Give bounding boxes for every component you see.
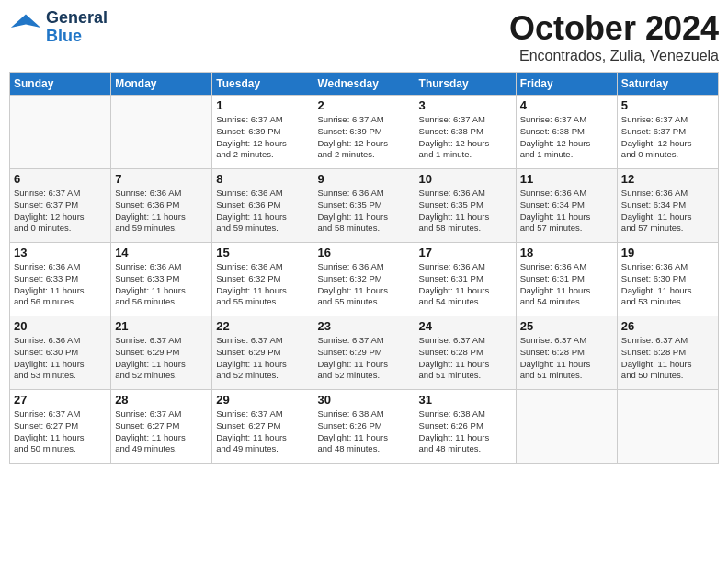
day-number: 22	[216, 319, 309, 333]
day-info: Sunrise: 6:36 AM Sunset: 6:31 PM Dayligh…	[520, 261, 613, 308]
calendar-cell: 20Sunrise: 6:36 AM Sunset: 6:30 PM Dayli…	[10, 316, 111, 390]
calendar-week-row: 20Sunrise: 6:36 AM Sunset: 6:30 PM Dayli…	[10, 316, 719, 390]
day-info: Sunrise: 6:37 AM Sunset: 6:39 PM Dayligh…	[317, 114, 410, 161]
day-info: Sunrise: 6:37 AM Sunset: 6:37 PM Dayligh…	[14, 188, 107, 235]
day-number: 27	[14, 393, 107, 407]
day-number: 26	[621, 319, 714, 333]
day-info: Sunrise: 6:36 AM Sunset: 6:30 PM Dayligh…	[621, 261, 714, 308]
calendar-cell: 31Sunrise: 6:38 AM Sunset: 6:26 PM Dayli…	[415, 390, 516, 464]
calendar-cell: 30Sunrise: 6:38 AM Sunset: 6:26 PM Dayli…	[313, 390, 415, 464]
weekday-header-tuesday: Tuesday	[212, 73, 313, 96]
calendar-cell: 29Sunrise: 6:37 AM Sunset: 6:27 PM Dayli…	[212, 390, 313, 464]
title-block: October 2024 Encontrados, Zulia, Venezue…	[509, 9, 719, 64]
day-number: 2	[317, 98, 410, 112]
day-number: 16	[317, 246, 410, 259]
day-number: 25	[520, 319, 613, 333]
day-number: 23	[317, 319, 410, 333]
calendar-cell: 19Sunrise: 6:36 AM Sunset: 6:30 PM Dayli…	[617, 243, 718, 316]
calendar-table: SundayMondayTuesdayWednesdayThursdayFrid…	[9, 72, 719, 464]
calendar-cell: 23Sunrise: 6:37 AM Sunset: 6:29 PM Dayli…	[313, 316, 415, 390]
logo: General Blue	[9, 9, 108, 46]
day-number: 4	[520, 98, 613, 112]
day-number: 29	[216, 393, 309, 407]
day-number: 13	[14, 246, 107, 259]
day-info: Sunrise: 6:37 AM Sunset: 6:28 PM Dayligh…	[419, 335, 512, 382]
calendar-cell: 6Sunrise: 6:37 AM Sunset: 6:37 PM Daylig…	[10, 169, 111, 243]
calendar-cell: 28Sunrise: 6:37 AM Sunset: 6:27 PM Dayli…	[111, 390, 212, 464]
day-info: Sunrise: 6:37 AM Sunset: 6:38 PM Dayligh…	[520, 114, 613, 161]
day-info: Sunrise: 6:36 AM Sunset: 6:35 PM Dayligh…	[419, 188, 512, 235]
day-info: Sunrise: 6:37 AM Sunset: 6:28 PM Dayligh…	[621, 335, 714, 382]
day-info: Sunrise: 6:37 AM Sunset: 6:28 PM Dayligh…	[520, 335, 613, 382]
day-number: 14	[115, 246, 208, 259]
day-info: Sunrise: 6:37 AM Sunset: 6:27 PM Dayligh…	[14, 408, 107, 455]
calendar-week-row: 6Sunrise: 6:37 AM Sunset: 6:37 PM Daylig…	[10, 169, 719, 243]
calendar-cell: 4Sunrise: 6:37 AM Sunset: 6:38 PM Daylig…	[516, 96, 617, 169]
day-number: 9	[317, 172, 410, 186]
calendar-cell: 11Sunrise: 6:36 AM Sunset: 6:34 PM Dayli…	[516, 169, 617, 243]
calendar-cell: 27Sunrise: 6:37 AM Sunset: 6:27 PM Dayli…	[10, 390, 111, 464]
day-number: 5	[621, 98, 714, 112]
day-info: Sunrise: 6:38 AM Sunset: 6:26 PM Dayligh…	[317, 408, 410, 455]
day-number: 30	[317, 393, 410, 407]
day-info: Sunrise: 6:37 AM Sunset: 6:27 PM Dayligh…	[115, 408, 208, 455]
calendar-week-row: 27Sunrise: 6:37 AM Sunset: 6:27 PM Dayli…	[10, 390, 719, 464]
calendar-cell: 13Sunrise: 6:36 AM Sunset: 6:33 PM Dayli…	[10, 243, 111, 316]
calendar-cell: 21Sunrise: 6:37 AM Sunset: 6:29 PM Dayli…	[111, 316, 212, 390]
calendar-cell: 3Sunrise: 6:37 AM Sunset: 6:38 PM Daylig…	[415, 96, 516, 169]
weekday-header-wednesday: Wednesday	[313, 73, 415, 96]
weekday-header-monday: Monday	[111, 73, 212, 96]
day-info: Sunrise: 6:36 AM Sunset: 6:34 PM Dayligh…	[520, 188, 613, 235]
calendar-cell: 16Sunrise: 6:36 AM Sunset: 6:32 PM Dayli…	[313, 243, 415, 316]
day-info: Sunrise: 6:37 AM Sunset: 6:29 PM Dayligh…	[216, 335, 309, 382]
day-info: Sunrise: 6:37 AM Sunset: 6:37 PM Dayligh…	[621, 114, 714, 161]
weekday-header-thursday: Thursday	[415, 73, 516, 96]
day-number: 3	[419, 98, 512, 112]
calendar-week-row: 1Sunrise: 6:37 AM Sunset: 6:39 PM Daylig…	[10, 96, 719, 169]
calendar-cell: 17Sunrise: 6:36 AM Sunset: 6:31 PM Dayli…	[415, 243, 516, 316]
calendar-cell: 26Sunrise: 6:37 AM Sunset: 6:28 PM Dayli…	[617, 316, 718, 390]
calendar-cell: 25Sunrise: 6:37 AM Sunset: 6:28 PM Dayli…	[516, 316, 617, 390]
logo-icon	[9, 11, 42, 44]
day-number: 24	[419, 319, 512, 333]
day-number: 12	[621, 172, 714, 186]
day-number: 7	[115, 172, 208, 186]
logo-name: General Blue	[46, 9, 108, 46]
day-number: 18	[520, 246, 613, 259]
day-number: 1	[216, 98, 309, 112]
weekday-header-sunday: Sunday	[10, 73, 111, 96]
day-info: Sunrise: 6:36 AM Sunset: 6:30 PM Dayligh…	[14, 335, 107, 382]
day-number: 21	[115, 319, 208, 333]
day-info: Sunrise: 6:37 AM Sunset: 6:29 PM Dayligh…	[317, 335, 410, 382]
calendar-cell: 22Sunrise: 6:37 AM Sunset: 6:29 PM Dayli…	[212, 316, 313, 390]
calendar-cell: 18Sunrise: 6:36 AM Sunset: 6:31 PM Dayli…	[516, 243, 617, 316]
calendar-cell: 24Sunrise: 6:37 AM Sunset: 6:28 PM Dayli…	[415, 316, 516, 390]
day-number: 11	[520, 172, 613, 186]
day-info: Sunrise: 6:37 AM Sunset: 6:27 PM Dayligh…	[216, 408, 309, 455]
day-info: Sunrise: 6:37 AM Sunset: 6:38 PM Dayligh…	[419, 114, 512, 161]
day-number: 10	[419, 172, 512, 186]
calendar-cell: 12Sunrise: 6:36 AM Sunset: 6:34 PM Dayli…	[617, 169, 718, 243]
calendar-cell	[516, 390, 617, 464]
page-header: General Blue October 2024 Encontrados, Z…	[9, 9, 719, 64]
day-info: Sunrise: 6:37 AM Sunset: 6:39 PM Dayligh…	[216, 114, 309, 161]
calendar-cell: 15Sunrise: 6:36 AM Sunset: 6:32 PM Dayli…	[212, 243, 313, 316]
location-title: Encontrados, Zulia, Venezuela	[509, 48, 719, 64]
day-info: Sunrise: 6:36 AM Sunset: 6:36 PM Dayligh…	[216, 188, 309, 235]
logo-blue-text: Blue	[46, 28, 108, 46]
calendar-cell: 5Sunrise: 6:37 AM Sunset: 6:37 PM Daylig…	[617, 96, 718, 169]
logo-general-text: General	[46, 9, 108, 28]
calendar-cell	[10, 96, 111, 169]
svg-marker-0	[11, 14, 40, 27]
calendar-cell: 9Sunrise: 6:36 AM Sunset: 6:35 PM Daylig…	[313, 169, 415, 243]
day-info: Sunrise: 6:36 AM Sunset: 6:36 PM Dayligh…	[115, 188, 208, 235]
day-number: 20	[14, 319, 107, 333]
day-number: 8	[216, 172, 309, 186]
day-info: Sunrise: 6:36 AM Sunset: 6:33 PM Dayligh…	[14, 261, 107, 308]
calendar-cell: 10Sunrise: 6:36 AM Sunset: 6:35 PM Dayli…	[415, 169, 516, 243]
day-number: 15	[216, 246, 309, 259]
calendar-cell	[617, 390, 718, 464]
day-info: Sunrise: 6:36 AM Sunset: 6:35 PM Dayligh…	[317, 188, 410, 235]
day-info: Sunrise: 6:38 AM Sunset: 6:26 PM Dayligh…	[419, 408, 512, 455]
weekday-header-friday: Friday	[516, 73, 617, 96]
